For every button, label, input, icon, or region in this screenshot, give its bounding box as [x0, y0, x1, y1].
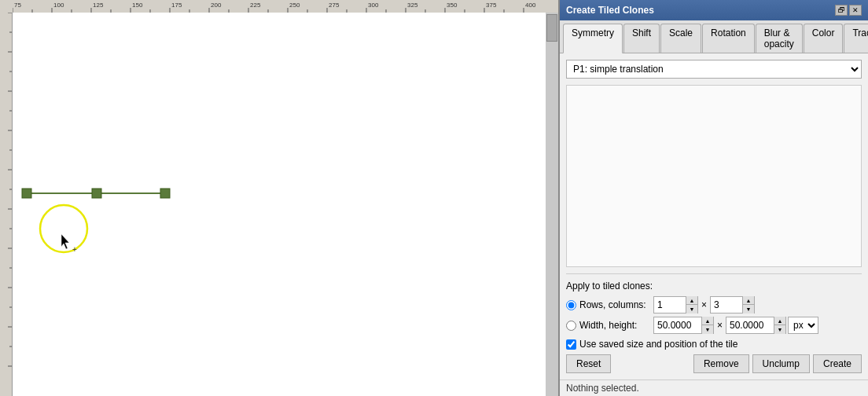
svg-text:125: 125 [93, 2, 104, 9]
wh-cross: × [715, 320, 724, 331]
rows-spin-up[interactable]: ▲ [686, 296, 697, 305]
vruler-svg [0, 13, 13, 396]
rows-arrows: ▲ ▼ [686, 296, 697, 314]
rows-spinbox-group: ▲ ▼ × ▲ ▼ [653, 296, 755, 314]
remove-button[interactable]: Remove [693, 354, 749, 373]
symmetry-dropdown-container[interactable]: P1: simple translation [566, 60, 862, 79]
svg-rect-63 [22, 189, 31, 198]
svg-text:100: 100 [53, 2, 64, 9]
width-spin-up[interactable]: ▲ [702, 317, 713, 325]
create-button[interactable]: Create [813, 354, 862, 373]
dialog-content: P1: simple translation Apply to tiled cl… [560, 53, 868, 380]
tab-shift[interactable]: Shift [623, 24, 660, 53]
width-spin-down[interactable]: ▼ [702, 325, 713, 334]
rows-spin-down[interactable]: ▼ [686, 305, 697, 314]
canvas-content: + [13, 13, 558, 396]
svg-text:325: 325 [407, 2, 418, 9]
tab-scale[interactable]: Scale [660, 24, 701, 53]
saved-size-checkbox[interactable] [566, 339, 576, 350]
status-bar: Nothing selected. [560, 380, 868, 396]
height-spin-up[interactable]: ▲ [774, 317, 785, 325]
height-input[interactable] [726, 317, 774, 333]
unclump-button[interactable]: Unclump [752, 354, 810, 373]
status-text: Nothing selected. [566, 383, 639, 394]
reset-button[interactable]: Reset [566, 354, 611, 373]
unit-select[interactable]: px [788, 317, 818, 334]
width-height-radio[interactable] [566, 321, 576, 331]
tab-trace[interactable]: Trace [844, 24, 868, 53]
cols-spinbox[interactable]: ▲ ▼ [710, 296, 755, 314]
canvas-area: 75 100 125 150 175 200 225 250 275 [0, 0, 558, 396]
symmetry-select[interactable]: P1: simple translation [566, 60, 862, 79]
restore-button[interactable]: 🗗 [835, 5, 848, 16]
white-canvas: + [13, 13, 547, 396]
buttons-row: Reset Remove Unclump Create [566, 354, 862, 373]
svg-point-66 [40, 205, 87, 252]
dialog-tabs: Symmetry Shift Scale Rotation Blur & opa… [560, 20, 868, 53]
width-spinbox[interactable]: ▲ ▼ [653, 317, 714, 334]
svg-text:300: 300 [368, 2, 379, 9]
cols-spin-up[interactable]: ▲ [743, 296, 754, 305]
rows-cols-cross: × [700, 299, 708, 310]
horizontal-ruler: 75 100 125 150 175 200 225 250 275 [13, 0, 546, 13]
svg-text:225: 225 [250, 2, 261, 9]
svg-text:75: 75 [14, 2, 21, 9]
height-spinbox[interactable]: ▲ ▼ [726, 317, 786, 334]
rows-cols-row: Rows, columns: ▲ ▼ × ▲ ▼ [566, 296, 862, 314]
width-input[interactable] [654, 317, 701, 333]
svg-text:275: 275 [329, 2, 340, 9]
svg-text:175: 175 [171, 2, 182, 9]
ruler-svg: 75 100 125 150 175 200 225 250 275 [13, 0, 546, 13]
tab-rotation[interactable]: Rotation [702, 24, 755, 53]
dialog-title: Create Tiled Clones [566, 5, 654, 16]
svg-text:350: 350 [447, 2, 458, 9]
title-buttons: 🗗 ✕ [835, 5, 862, 16]
svg-text:150: 150 [132, 2, 143, 9]
tab-blur-opacity[interactable]: Blur & opacity [756, 24, 803, 53]
close-button[interactable]: ✕ [849, 5, 862, 16]
svg-marker-67 [61, 234, 69, 249]
svg-text:375: 375 [486, 2, 497, 9]
vertical-scrollbar[interactable] [546, 13, 558, 396]
tab-symmetry[interactable]: Symmetry [563, 24, 623, 53]
width-arrows: ▲ ▼ [701, 317, 713, 334]
svg-rect-42 [0, 13, 13, 396]
wh-spinbox-group: ▲ ▼ × ▲ ▼ px [653, 317, 818, 334]
apply-section: Apply to tiled clones: Rows, columns: ▲ … [566, 273, 862, 373]
rows-spinbox[interactable]: ▲ ▼ [653, 296, 698, 314]
svg-rect-65 [160, 189, 170, 198]
rows-cols-radio[interactable] [566, 300, 576, 310]
symmetry-content-area [566, 85, 862, 267]
dialog-panel: Create Tiled Clones 🗗 ✕ Symmetry Shift S… [558, 0, 868, 396]
svg-text:400: 400 [525, 2, 536, 9]
tab-color[interactable]: Color [804, 24, 844, 53]
dialog-titlebar: Create Tiled Clones 🗗 ✕ [560, 0, 868, 20]
height-spin-down[interactable]: ▼ [774, 325, 785, 334]
height-arrows: ▲ ▼ [774, 317, 785, 334]
cols-spin-down[interactable]: ▼ [743, 305, 754, 314]
svg-rect-64 [92, 189, 101, 198]
apply-label: Apply to tiled clones: [566, 280, 862, 292]
width-height-row: Width, height: ▲ ▼ × ▲ ▼ [566, 317, 862, 334]
scrollbar-thumb[interactable] [546, 14, 557, 42]
cols-input[interactable] [711, 297, 742, 313]
svg-text:250: 250 [289, 2, 300, 9]
vertical-ruler [0, 13, 13, 396]
cols-arrows: ▲ ▼ [742, 296, 754, 314]
rows-cols-label: Rows, columns: [579, 299, 650, 310]
symmetry-dropdown-row: P1: simple translation [566, 60, 862, 79]
width-height-label: Width, height: [579, 320, 650, 331]
rows-input[interactable] [654, 297, 686, 313]
checkbox-row: Use saved size and position of the tile [566, 339, 862, 350]
svg-text:+: + [72, 245, 77, 254]
checkbox-label: Use saved size and position of the tile [579, 339, 737, 350]
svg-text:200: 200 [211, 2, 222, 9]
drawing-svg: + [13, 13, 547, 396]
